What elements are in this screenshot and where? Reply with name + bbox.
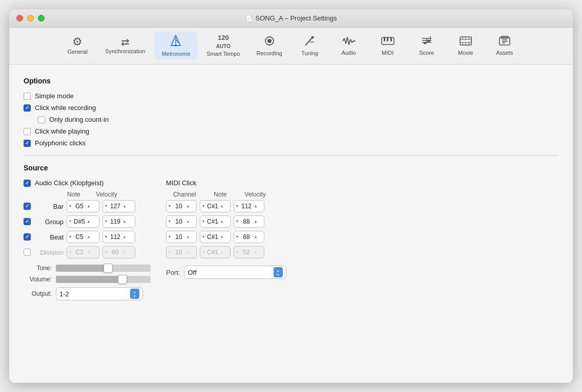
midi-beat-note-up[interactable]: ▴ xyxy=(221,235,223,239)
svg-rect-11 xyxy=(387,37,388,41)
tab-assets[interactable]: Assets xyxy=(486,32,523,59)
midi-bar-vel-spinner[interactable]: ▾ 112 ▴ xyxy=(234,200,264,212)
only-during-count-in-checkbox[interactable] xyxy=(38,116,45,123)
midi-column: MIDI Click Channel Note Velocity ▾ 10 ▴ xyxy=(166,179,286,279)
polyphonic-clicks-label: Polyphonic clicks xyxy=(35,139,86,147)
tab-synchronization[interactable]: ⇄ Synchronization xyxy=(98,34,152,57)
midi-beat-chan-spinner[interactable]: ▾ 10 ▴ xyxy=(166,231,197,243)
maximize-button[interactable] xyxy=(38,15,45,21)
midi-bar-chan-down[interactable]: ▾ xyxy=(169,204,171,208)
midi-group-note-up[interactable]: ▴ xyxy=(221,220,223,224)
audio-group-note-down[interactable]: ▾ xyxy=(69,220,71,224)
audio-bar-note-up[interactable]: ▴ xyxy=(88,204,90,208)
gear-icon: ⚙ xyxy=(72,36,82,48)
audio-group-vel-up[interactable]: ▴ xyxy=(123,220,126,224)
audio-bar-note-spinner[interactable]: ▾ G5 ▴ xyxy=(67,200,99,212)
audio-beat-vel-up[interactable]: ▴ xyxy=(123,235,126,239)
tab-movie[interactable]: Movie xyxy=(447,32,484,59)
audio-beat-note-down[interactable]: ▾ xyxy=(69,235,71,239)
minimize-button[interactable] xyxy=(27,15,34,21)
port-select[interactable]: Off ▴ ▾ xyxy=(184,266,286,279)
port-select-value: Off xyxy=(188,269,196,276)
midi-group-row: ▾ 10 ▴ ▾ C#1 ▴ ▾ 88 ▴ xyxy=(166,215,286,228)
midi-bar-vel-up[interactable]: ▴ xyxy=(255,204,257,208)
audio-group-vel-spinner[interactable]: ▾ 119 ▴ xyxy=(102,215,135,228)
output-stepper-down[interactable]: ▾ xyxy=(134,294,136,298)
tuning-icon xyxy=(304,35,316,49)
midi-beat-vel-down[interactable]: ▾ xyxy=(236,235,238,239)
midi-bar-note-spinner[interactable]: ▾ C#1 ▴ xyxy=(200,200,231,212)
audio-beat-note-up[interactable]: ▴ xyxy=(88,235,90,239)
midi-group-chan-down[interactable]: ▾ xyxy=(169,220,171,224)
polyphonic-clicks-checkbox[interactable] xyxy=(24,140,31,147)
tab-smart-tempo[interactable]: 120AUTO Smart Tempo xyxy=(199,31,247,60)
simple-mode-label: Simple mode xyxy=(35,92,74,100)
midi-group-chan-spinner[interactable]: ▾ 10 ▴ xyxy=(166,215,197,228)
audio-beat-note-spinner[interactable]: ▾ C5 ▴ xyxy=(67,231,99,243)
volume-slider[interactable] xyxy=(56,276,151,283)
tab-metronome[interactable]: Metronome xyxy=(155,31,198,60)
audio-group-note-up[interactable]: ▴ xyxy=(88,220,90,224)
midi-bar-chan-spinner[interactable]: ▾ 10 ▴ xyxy=(166,200,197,212)
tone-slider[interactable] xyxy=(56,265,151,272)
midi-beat-note-down[interactable]: ▾ xyxy=(202,235,204,239)
midi-group-vel-down[interactable]: ▾ xyxy=(236,220,238,224)
audio-bar-checkbox[interactable] xyxy=(24,203,31,210)
midi-beat-chan-up[interactable]: ▴ xyxy=(187,235,189,239)
audio-bar-note-down[interactable]: ▾ xyxy=(69,204,71,208)
tab-tuning[interactable]: Tuning xyxy=(292,32,328,59)
port-stepper-up[interactable]: ▴ xyxy=(277,269,279,272)
midi-group-note-spinner[interactable]: ▾ C#1 ▴ xyxy=(200,215,231,228)
midi-icon xyxy=(381,35,394,49)
output-select[interactable]: 1-2 ▴ ▾ xyxy=(56,287,143,300)
midi-division-note-spinner: ▾ C#1 ▴ xyxy=(200,246,231,258)
tone-thumb[interactable] xyxy=(103,264,113,273)
midi-bar-chan-up[interactable]: ▴ xyxy=(187,204,189,208)
midi-beat-note-spinner[interactable]: ▾ C#1 ▴ xyxy=(200,231,231,243)
audio-velocity-header: Velocity xyxy=(90,191,123,198)
audio-division-checkbox[interactable] xyxy=(24,249,31,256)
midi-bar-vel-down[interactable]: ▾ xyxy=(236,204,238,208)
audio-group-vel-down[interactable]: ▾ xyxy=(105,220,107,224)
audio-bar-vel-up[interactable]: ▴ xyxy=(123,204,126,208)
port-stepper-down[interactable]: ▾ xyxy=(277,273,279,276)
tab-general[interactable]: ⚙ General xyxy=(59,33,96,58)
audio-beat-checkbox[interactable] xyxy=(24,233,31,241)
midi-beat-chan-down[interactable]: ▾ xyxy=(169,235,171,239)
audio-bar-vel-down[interactable]: ▾ xyxy=(105,204,107,208)
audio-group-checkbox[interactable] xyxy=(24,218,31,225)
close-button[interactable] xyxy=(16,15,23,21)
audio-bar-vel-spinner[interactable]: ▾ 127 ▴ xyxy=(102,200,135,212)
midi-group-chan-up[interactable]: ▴ xyxy=(187,220,189,224)
midi-bar-row: ▾ 10 ▴ ▾ C#1 ▴ ▾ 112 ▴ xyxy=(166,200,286,212)
click-while-playing-checkbox[interactable] xyxy=(24,128,31,135)
midi-beat-vel-spinner[interactable]: ▾ 68 ▴ xyxy=(234,231,264,243)
midi-group-note-down[interactable]: ▾ xyxy=(202,220,204,224)
midi-bar-note-down[interactable]: ▾ xyxy=(202,204,204,208)
midi-group-vel-spinner[interactable]: ▾ 88 ▴ xyxy=(234,215,264,228)
tab-recording[interactable]: Recording xyxy=(250,32,289,59)
tab-score[interactable]: Score xyxy=(408,32,445,59)
audio-group-note-spinner[interactable]: ▾ D#5 ▴ xyxy=(67,215,99,228)
simple-mode-checkbox[interactable] xyxy=(24,93,31,100)
midi-group-note-value: C#1 xyxy=(205,218,220,225)
midi-bar-note-up[interactable]: ▴ xyxy=(221,204,223,208)
audio-group-vel-value: 119 xyxy=(108,218,122,225)
volume-thumb[interactable] xyxy=(118,275,127,284)
audio-rows: Bar ▾ G5 ▴ ▾ 127 ▴ xyxy=(24,200,151,258)
tab-midi[interactable]: MIDI xyxy=(369,32,406,59)
output-stepper-up[interactable]: ▴ xyxy=(134,290,136,294)
midi-beat-vel-up[interactable]: ▴ xyxy=(255,235,257,239)
click-while-recording-checkbox[interactable] xyxy=(24,104,31,112)
port-stepper[interactable]: ▴ ▾ xyxy=(274,267,283,277)
recording-icon xyxy=(263,35,276,49)
output-stepper[interactable]: ▴ ▾ xyxy=(130,289,139,299)
tab-audio[interactable]: Audio xyxy=(330,32,367,59)
audio-beat-vel-spinner[interactable]: ▾ 112 ▴ xyxy=(102,231,135,243)
midi-group-vel-up[interactable]: ▴ xyxy=(255,220,257,224)
audio-beat-vel-value: 112 xyxy=(108,233,122,241)
audio-beat-vel-down[interactable]: ▾ xyxy=(105,235,107,239)
audio-group-row: Group ▾ D#5 ▴ ▾ 119 ▴ xyxy=(24,215,151,228)
audio-click-checkbox[interactable] xyxy=(24,180,31,187)
audio-beat-row: Beat ▾ C5 ▴ ▾ 112 ▴ xyxy=(24,231,151,243)
